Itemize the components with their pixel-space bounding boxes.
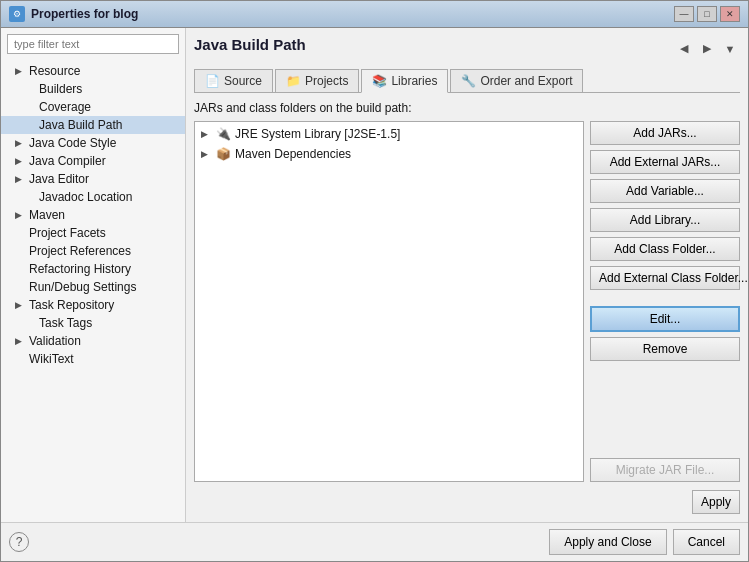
sidebar-item-refactoring-history[interactable]: Refactoring History [1,260,185,278]
sidebar-item-project-references[interactable]: Project References [1,242,185,260]
expand-icon: ▶ [15,156,27,166]
action-buttons: Add JARs... Add External JARs... Add Var… [590,121,740,482]
sidebar-item-project-facets[interactable]: Project Facets [1,224,185,242]
tab-order-and-export[interactable]: 🔧 Order and Export [450,69,583,92]
title-buttons: — □ ✕ [674,6,740,22]
sidebar-item-label: WikiText [29,352,74,366]
expand-icon: ▶ [15,138,27,148]
libraries-list[interactable]: ▶ 🔌 JRE System Library [J2SE-1.5] ▶ 📦 Ma… [194,121,584,482]
sidebar-item-task-repository[interactable]: ▶ Task Repository [1,296,185,314]
sidebar-item-maven[interactable]: ▶ Maven [1,206,185,224]
build-path-area: ▶ 🔌 JRE System Library [J2SE-1.5] ▶ 📦 Ma… [194,121,740,482]
filter-input[interactable] [7,34,179,54]
nav-arrows: ◀ ▶ ▼ [674,40,740,58]
nav-forward-button[interactable]: ▶ [697,40,717,58]
tab-libraries-label: Libraries [391,74,437,88]
title-bar-left: ⚙ Properties for blog [9,6,138,22]
add-variable-button[interactable]: Add Variable... [590,179,740,203]
maven-icon: 📦 [215,146,231,162]
sidebar-item-label: Java Editor [29,172,89,186]
sidebar-item-label: Validation [29,334,81,348]
list-item[interactable]: ▶ 🔌 JRE System Library [J2SE-1.5] [197,124,581,144]
cancel-button[interactable]: Cancel [673,529,740,555]
remove-button[interactable]: Remove [590,337,740,361]
sidebar-item-java-build-path[interactable]: Java Build Path [1,116,185,134]
sidebar-item-label: Builders [39,82,82,96]
add-external-jars-button[interactable]: Add External JARs... [590,150,740,174]
sidebar-item-label: Project References [29,244,131,258]
sidebar-item-label: Refactoring History [29,262,131,276]
projects-tab-icon: 📁 [286,74,301,88]
add-class-folder-button[interactable]: Add Class Folder... [590,237,740,261]
tab-libraries[interactable]: 📚 Libraries [361,69,448,93]
sidebar-item-label: Maven [29,208,65,222]
title-bar: ⚙ Properties for blog — □ ✕ [1,1,748,28]
expand-icon: ▶ [15,66,27,76]
edit-button[interactable]: Edit... [590,306,740,332]
sidebar-item-label: Task Tags [39,316,92,330]
lib-label: JRE System Library [J2SE-1.5] [235,127,400,141]
apply-button[interactable]: Apply [692,490,740,514]
sidebar-tree: ▶ Resource Builders Coverage Java Build … [1,60,185,522]
footer-bar: ? Apply and Close Cancel [1,522,748,561]
libraries-tab-icon: 📚 [372,74,387,88]
sidebar-item-builders[interactable]: Builders [1,80,185,98]
tab-source[interactable]: 📄 Source [194,69,273,92]
tab-projects[interactable]: 📁 Projects [275,69,359,92]
source-tab-icon: 📄 [205,74,220,88]
sidebar: ▶ Resource Builders Coverage Java Build … [1,28,186,522]
sidebar-item-label: Java Compiler [29,154,106,168]
sidebar-item-task-tags[interactable]: Task Tags [1,314,185,332]
apply-close-button[interactable]: Apply and Close [549,529,666,555]
add-external-class-folder-button[interactable]: Add External Class Folder... [590,266,740,290]
migrate-jar-button[interactable]: Migrate JAR File... [590,458,740,482]
sidebar-item-label: Java Build Path [39,118,122,132]
main-panel: Java Build Path ◀ ▶ ▼ 📄 Source 📁 Project… [186,28,748,522]
tab-order-label: Order and Export [480,74,572,88]
nav-back-button[interactable]: ◀ [674,40,694,58]
add-jars-button[interactable]: Add JARs... [590,121,740,145]
minimize-button[interactable]: — [674,6,694,22]
lib-label: Maven Dependencies [235,147,351,161]
expand-icon: ▶ [15,174,27,184]
expand-icon: ▶ [15,336,27,346]
tab-projects-label: Projects [305,74,348,88]
properties-dialog: ⚙ Properties for blog — □ ✕ ▶ Resource B… [0,0,749,562]
order-tab-icon: 🔧 [461,74,476,88]
sidebar-item-wikitext[interactable]: WikiText [1,350,185,368]
sidebar-item-label: Java Code Style [29,136,116,150]
dialog-icon: ⚙ [9,6,25,22]
sidebar-item-java-code-style[interactable]: ▶ Java Code Style [1,134,185,152]
description-text: JARs and class folders on the build path… [194,101,740,115]
dialog-title: Properties for blog [31,7,138,21]
sidebar-item-label: Run/Debug Settings [29,280,136,294]
panel-title: Java Build Path [194,36,306,53]
sidebar-item-java-editor[interactable]: ▶ Java Editor [1,170,185,188]
expand-icon: ▶ [15,210,27,220]
nav-dropdown-button[interactable]: ▼ [720,40,740,58]
sidebar-item-resource[interactable]: ▶ Resource [1,62,185,80]
panel-header: Java Build Path ◀ ▶ ▼ [194,36,740,61]
expand-icon: ▶ [201,129,211,139]
sidebar-item-label: Resource [29,64,80,78]
list-item[interactable]: ▶ 📦 Maven Dependencies [197,144,581,164]
maximize-button[interactable]: □ [697,6,717,22]
help-button[interactable]: ? [9,532,29,552]
expand-icon: ▶ [201,149,211,159]
close-button[interactable]: ✕ [720,6,740,22]
sidebar-item-label: Javadoc Location [39,190,132,204]
sidebar-item-javadoc-location[interactable]: Javadoc Location [1,188,185,206]
sidebar-item-validation[interactable]: ▶ Validation [1,332,185,350]
tab-source-label: Source [224,74,262,88]
add-library-button[interactable]: Add Library... [590,208,740,232]
sidebar-item-coverage[interactable]: Coverage [1,98,185,116]
expand-icon: ▶ [15,300,27,310]
sidebar-item-label: Project Facets [29,226,106,240]
content-area: ▶ Resource Builders Coverage Java Build … [1,28,748,522]
tabs-row: 📄 Source 📁 Projects 📚 Libraries 🔧 Order … [194,69,740,93]
jre-icon: 🔌 [215,126,231,142]
sidebar-item-label: Coverage [39,100,91,114]
sidebar-item-label: Task Repository [29,298,114,312]
sidebar-item-run-debug-settings[interactable]: Run/Debug Settings [1,278,185,296]
sidebar-item-java-compiler[interactable]: ▶ Java Compiler [1,152,185,170]
